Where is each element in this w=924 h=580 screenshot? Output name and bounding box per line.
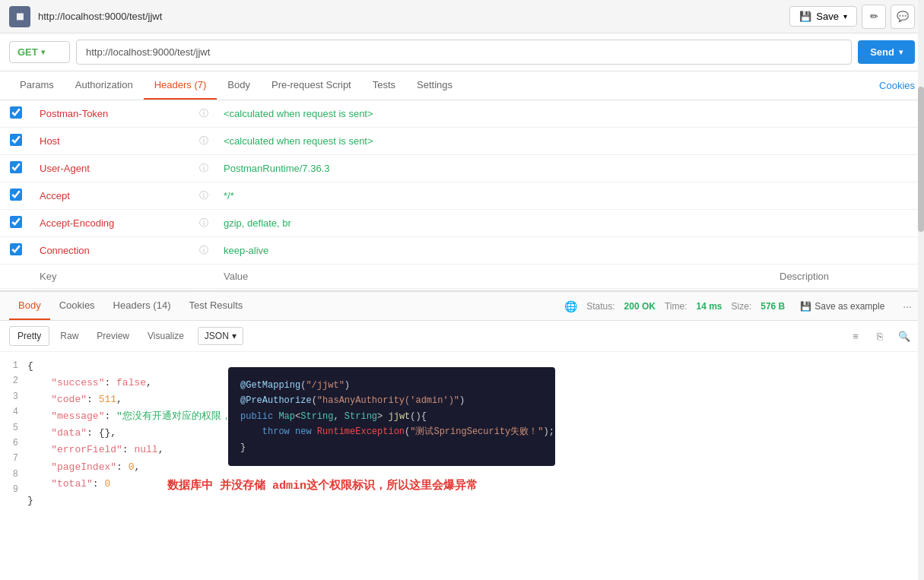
headers-table: Postman-Tokenⓘ<calculated when request i… <box>0 100 924 290</box>
row-checkbox[interactable] <box>10 216 22 228</box>
line-number: 2 <box>9 373 18 388</box>
tab-authorization[interactable]: Authorization <box>65 71 144 100</box>
row-checkbox[interactable] <box>10 134 22 146</box>
time-label: Time: <box>665 301 687 312</box>
info-icon: ⓘ <box>192 100 216 128</box>
size-label: Size: <box>732 301 752 312</box>
chevron-down-icon: ▾ <box>41 48 45 56</box>
copy-icon[interactable]: ⎘ <box>869 325 891 347</box>
resp-tab-cookies[interactable]: Cookies <box>50 292 104 320</box>
resp-tab-headers[interactable]: Headers (14) <box>104 292 180 320</box>
header-desc <box>772 237 924 265</box>
line-number: 1 <box>9 358 18 373</box>
code-area: 123456789 { "success": false, "code": 51… <box>0 352 924 515</box>
url-input[interactable] <box>76 40 852 65</box>
time-value: 14 ms <box>697 301 722 312</box>
top-bar-actions: 💾 Save ▾ ✏ 💬 <box>789 5 915 29</box>
row-checkbox[interactable] <box>10 189 22 201</box>
row-checkbox[interactable] <box>10 106 22 119</box>
table-row: Hostⓘ<calculated when request is sent> <box>0 128 924 155</box>
new-desc-input[interactable] <box>780 271 916 282</box>
response-section: Body Cookies Headers (14) Test Results 🌐… <box>0 290 924 515</box>
table-row: Acceptⓘ*/* <box>0 182 924 210</box>
desc-column-header: Description <box>772 289 924 291</box>
header-key: Connection <box>32 237 192 265</box>
edit-icon: ✏ <box>870 11 878 22</box>
save-icon: 💾 <box>800 301 811 312</box>
comment-button[interactable]: 💬 <box>891 5 915 29</box>
main-scrollbar[interactable] <box>918 0 924 515</box>
save-disk-icon: 💾 <box>799 11 811 22</box>
headers-new-row <box>0 265 924 289</box>
tab-tests[interactable]: Tests <box>362 71 406 100</box>
fmt-tab-visualize[interactable]: Visualize <box>140 327 192 345</box>
info-icon: ⓘ <box>192 155 216 182</box>
tab-params[interactable]: Params <box>9 71 65 100</box>
line-number: 9 <box>9 482 18 497</box>
resp-tab-test-results[interactable]: Test Results <box>179 292 252 320</box>
line-number: 4 <box>9 404 18 420</box>
info-icon: ⓘ <box>192 237 216 265</box>
header-key: Accept-Encoding <box>32 210 192 237</box>
header-key: Accept <box>32 182 192 210</box>
tab-headers[interactable]: Headers (7) <box>144 71 218 100</box>
new-value-input[interactable] <box>224 271 764 282</box>
header-desc <box>772 128 924 155</box>
header-value: keep-alive <box>216 237 772 265</box>
status-value: 200 OK <box>624 301 656 312</box>
header-desc <box>772 155 924 182</box>
method-select[interactable]: GET ▾ <box>9 41 70 63</box>
header-key: Postman-Token <box>32 100 192 128</box>
code-line: } <box>27 493 915 509</box>
chevron-down-icon: ▾ <box>232 331 237 341</box>
chevron-down-icon: ▾ <box>843 12 847 21</box>
row-checkbox[interactable] <box>10 161 22 173</box>
app-icon: ▦ <box>9 6 30 27</box>
save-button[interactable]: 💾 Save ▾ <box>789 6 857 27</box>
line-number: 7 <box>9 451 18 466</box>
line-number: 8 <box>9 467 18 482</box>
row-checkbox[interactable] <box>10 243 22 255</box>
fmt-tab-raw[interactable]: Raw <box>52 327 86 345</box>
key-column-header: Key <box>32 289 192 291</box>
save-example-button[interactable]: 💾 Save as example <box>794 298 891 315</box>
col-headers-row: Key Value Description <box>0 289 924 291</box>
header-value: <calculated when request is sent> <box>216 128 772 155</box>
send-button[interactable]: Send ▾ <box>858 40 915 64</box>
header-value: PostmanRuntime/7.36.3 <box>216 155 772 182</box>
info-icon: ⓘ <box>192 128 216 155</box>
info-icon: ⓘ <box>192 182 216 210</box>
header-key: User-Agent <box>32 155 192 182</box>
comment-icon: 💬 <box>897 11 909 22</box>
status-label: Status: <box>586 301 614 312</box>
header-desc <box>772 100 924 128</box>
edit-button[interactable]: ✏ <box>862 5 886 29</box>
tab-pre-request-script[interactable]: Pre-request Script <box>261 71 362 100</box>
cookies-link[interactable]: Cookies <box>879 72 915 99</box>
format-select[interactable]: JSON ▾ <box>198 327 243 345</box>
code-popup: @GetMapping("/jjwt") @PreAuthorize("hasA… <box>228 367 555 466</box>
line-number: 3 <box>9 389 18 404</box>
chevron-down-icon: ▾ <box>899 48 903 56</box>
table-row: User-AgentⓘPostmanRuntime/7.36.3 <box>0 155 924 182</box>
top-bar-url: http://localhost:9000/test/jjwt <box>38 11 789 22</box>
table-row: Accept-Encodingⓘgzip, deflate, br <box>0 210 924 237</box>
globe-icon: 🌐 <box>564 300 577 312</box>
search-icon[interactable]: 🔍 <box>894 325 915 347</box>
size-value: 576 B <box>760 301 785 312</box>
tab-body[interactable]: Body <box>217 71 261 100</box>
header-key: Host <box>32 128 192 155</box>
new-key-input[interactable] <box>40 271 184 282</box>
table-row: Postman-Tokenⓘ<calculated when request i… <box>0 100 924 128</box>
line-numbers: 123456789 <box>0 358 27 509</box>
format-icon[interactable]: ≡ <box>845 325 866 347</box>
fmt-tab-pretty[interactable]: Pretty <box>9 326 49 346</box>
resp-tab-body[interactable]: Body <box>9 292 50 320</box>
table-row: Connectionⓘkeep-alive <box>0 237 924 265</box>
response-tabs: Body Cookies Headers (14) Test Results 🌐… <box>0 292 924 321</box>
value-column-header: Value <box>216 289 772 291</box>
fmt-tab-preview[interactable]: Preview <box>89 327 137 345</box>
more-options-button[interactable]: ··· <box>900 297 915 315</box>
tab-settings[interactable]: Settings <box>406 71 463 100</box>
top-bar: ▦ http://localhost:9000/test/jjwt 💾 Save… <box>0 0 924 33</box>
